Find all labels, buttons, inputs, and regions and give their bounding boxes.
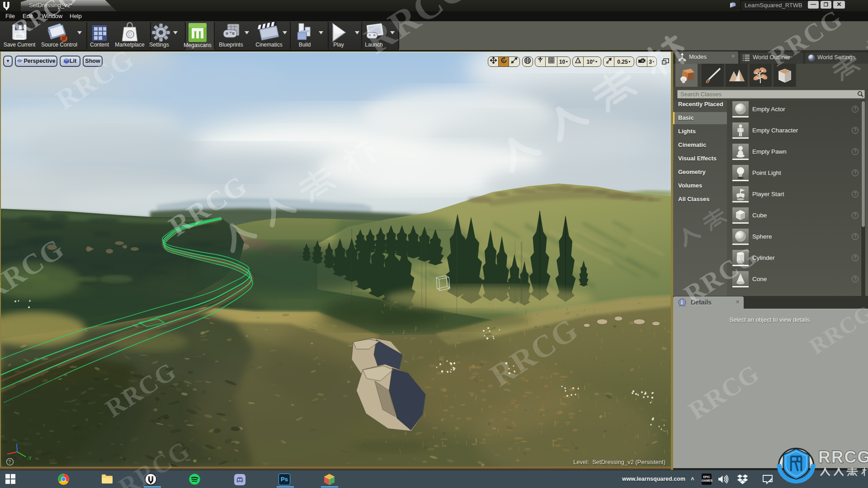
- svg-text:RRCG: RRCG: [818, 448, 868, 466]
- svg-text:-Y: -Y: [27, 456, 32, 461]
- svg-text:?: ?: [9, 460, 11, 465]
